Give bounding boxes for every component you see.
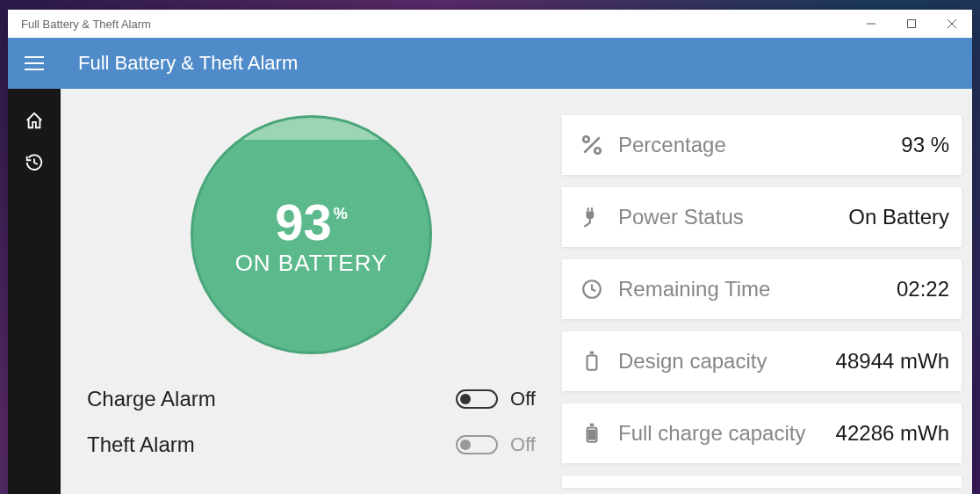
info-value: On Battery [848,205,949,229]
close-icon [948,19,956,28]
charge-alarm-row: Charge Alarm Off [87,376,536,422]
charge-alarm-label: Charge Alarm [87,387,216,411]
minimize-icon [867,19,876,28]
charge-alarm-state: Off [510,388,536,410]
info-value: 02:22 [897,277,949,301]
info-card-next [562,476,962,488]
theft-alarm-toggle-group: Off [456,433,536,456]
theft-alarm-label: Theft Alarm [87,432,195,457]
theft-alarm-state: Off [510,433,536,456]
svg-line-6 [584,137,599,152]
info-card-percentage: Percentage 93 % [562,115,962,175]
info-value: 93 % [901,133,949,157]
info-card-full-charge: Full charge capacity 42286 mWh [562,403,962,463]
titlebar: Full Battery & Theft Alarm [8,10,972,38]
info-label: Full charge capacity [618,421,805,446]
history-icon [25,153,44,172]
theft-alarm-row: Theft Alarm Off [87,422,536,468]
close-button[interactable] [932,10,972,38]
battery-status-text: ON BATTERY [235,250,388,277]
app-header: Full Battery & Theft Alarm [8,38,972,89]
clock-icon [574,278,609,301]
sidebar-item-home[interactable] [8,99,61,142]
info-label: Remaining Time [618,277,770,301]
toggle-thumb [460,394,471,404]
svg-point-4 [583,136,589,142]
percent-icon [574,134,609,156]
titlebar-controls [851,10,972,38]
info-card-power-status: Power Status On Battery [562,187,962,247]
charge-alarm-toggle[interactable] [456,389,498,409]
theft-alarm-toggle[interactable] [456,435,498,454]
window-title: Full Battery & Theft Alarm [21,18,151,31]
right-panel: Percentage 93 % Power Status On Battery … [562,89,962,494]
plug-icon [574,206,609,229]
content-scroll[interactable]: 93 % ON BATTERY Charge Alarm Off [61,89,972,494]
maximize-button[interactable] [891,10,932,38]
menu-button[interactable] [8,38,61,89]
info-label: Percentage [618,133,726,157]
app-title: Full Battery & Theft Alarm [61,52,298,75]
sidebar [8,89,61,494]
svg-rect-12 [589,431,595,440]
svg-rect-8 [587,356,597,370]
info-label: Design capacity [618,349,767,374]
minimize-button[interactable] [851,10,891,38]
main-area: 93 % ON BATTERY Charge Alarm Off [8,89,972,494]
info-card-design-capacity: Design capacity 48944 mWh [562,331,962,391]
maximize-icon [907,19,916,28]
sidebar-item-history[interactable] [8,142,61,184]
info-label: Power Status [618,205,744,229]
battery-icon [574,350,609,373]
toggle-thumb [460,440,471,450]
battery-percentage: 93 [275,193,332,251]
info-card-remaining-time: Remaining Time 02:22 [562,259,962,319]
charge-alarm-toggle-group: Off [456,388,536,410]
info-value: 48944 mWh [836,349,949,374]
home-icon [25,111,44,130]
battery-indicator: 93 % ON BATTERY [191,115,432,354]
hamburger-icon [25,56,44,70]
battery-full-icon [574,422,609,445]
app-window: Full Battery & Theft Alarm Full Battery … [8,10,972,494]
battery-percentage-row: 93 % [275,193,348,251]
left-panel: 93 % ON BATTERY Charge Alarm Off [61,89,562,494]
svg-rect-1 [908,20,916,28]
alarm-controls: Charge Alarm Off Theft Alarm [78,376,544,468]
percent-symbol: % [334,205,348,223]
info-value: 42286 mWh [836,421,949,446]
svg-point-5 [594,148,601,154]
